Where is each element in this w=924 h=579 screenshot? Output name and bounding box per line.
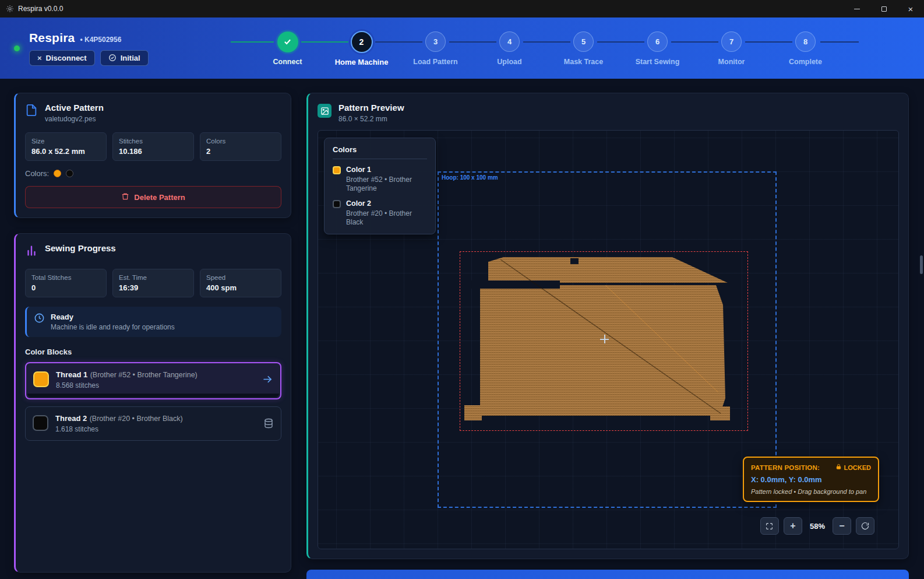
- header: Respira • K4P502956 × Disconnect Initial: [0, 17, 924, 79]
- zoom-level: 58%: [810, 522, 825, 531]
- step-upload[interactable]: 4 Upload: [472, 30, 546, 66]
- bottom-action-bar[interactable]: [306, 570, 909, 579]
- locked-label: LOCKED: [844, 464, 871, 471]
- stat-value: 86.0 x 52.2 mm: [31, 147, 100, 156]
- pattern-position-title: PATTERN POSITION:: [751, 464, 820, 471]
- maximize-button[interactable]: [870, 0, 897, 17]
- thread-1-progress-bar: [27, 394, 279, 397]
- sewing-progress-card: Sewing Progress Total Stitches 0 Est. Ti…: [14, 233, 291, 573]
- thread-1-stitches: 8.568 stitches: [56, 381, 255, 389]
- stat-value: 400 spm: [206, 283, 275, 292]
- colors-legend-panel: Colors Color 1 Brother #52 • Brother Tan…: [324, 138, 436, 234]
- clock-icon: [34, 313, 45, 326]
- fit-view-button[interactable]: [760, 517, 779, 535]
- step-number: 3: [433, 37, 438, 46]
- color-blocks-label: Color Blocks: [25, 348, 281, 356]
- app-window: Respira v0.0.0 × Respira • K4P502956 × D…: [0, 0, 924, 579]
- step-connect-label: Connect: [273, 58, 302, 66]
- zoom-in-button[interactable]: +: [784, 517, 802, 535]
- stat-value: 2: [206, 147, 275, 156]
- close-button[interactable]: ×: [897, 0, 924, 17]
- step-start-sewing-circle: 6: [647, 31, 668, 52]
- initial-button[interactable]: Initial: [100, 50, 149, 66]
- stat-label: Size: [31, 138, 100, 145]
- step-monitor[interactable]: 7 Monitor: [694, 30, 768, 66]
- pattern-position-panel: PATTERN POSITION: LOCKED X: 0.0mm, Y: 0.…: [743, 457, 879, 502]
- check-circle-icon: [108, 54, 117, 62]
- step-connect-circle: [277, 31, 298, 52]
- step-upload-circle: 4: [499, 31, 520, 52]
- close-icon: ×: [908, 4, 914, 14]
- step-number: 4: [507, 37, 512, 46]
- step-load-pattern-label: Load Pattern: [413, 58, 457, 66]
- step-number: 6: [655, 37, 660, 46]
- minimize-button[interactable]: [844, 0, 870, 17]
- legend-title: Colors: [333, 145, 427, 159]
- colors-label: Colors:: [25, 169, 49, 178]
- step-mask-trace-label: Mask Trace: [564, 58, 603, 66]
- thread-1-swatch: [33, 371, 49, 387]
- machine-status-banner: Ready Machine is idle and ready for oper…: [25, 307, 281, 337]
- step-complete[interactable]: 8 Complete: [768, 30, 842, 66]
- lock-icon: [835, 464, 842, 471]
- step-complete-label: Complete: [789, 58, 822, 66]
- legend-color-name: Color 1: [346, 166, 427, 174]
- legend-swatch-black: [333, 200, 341, 208]
- pattern-preview-title: Pattern Preview: [338, 103, 404, 113]
- thread-1-row[interactable]: Thread 1 (Brother #52 • Brother Tangerin…: [25, 362, 281, 399]
- color-dot-orange: [54, 170, 61, 177]
- plus-icon: +: [790, 521, 795, 531]
- legend-swatch-orange: [333, 166, 341, 174]
- minus-icon: −: [839, 521, 844, 531]
- stat-label: Stitches: [119, 138, 188, 145]
- arrow-right-icon: [262, 374, 273, 385]
- step-home-machine-label: Home Machine: [335, 58, 389, 66]
- disconnect-button[interactable]: × Disconnect: [29, 50, 95, 66]
- legend-color-name: Color 2: [346, 199, 427, 208]
- thread-2-swatch: [33, 415, 48, 431]
- maximize-icon: [881, 6, 887, 12]
- stat-label: Est. Time: [119, 274, 188, 281]
- pattern-dimensions: 86.0 × 52.2 mm: [338, 115, 404, 123]
- reset-zoom-button[interactable]: [856, 517, 874, 535]
- stat-est-time: Est. Time 16:39: [112, 269, 194, 297]
- step-monitor-circle: 7: [721, 31, 742, 52]
- reset-zoom-icon: [861, 522, 869, 530]
- step-monitor-label: Monitor: [718, 58, 745, 66]
- pattern-position-hint: Pattern locked • Drag background to pan: [751, 488, 871, 495]
- fit-view-icon: [766, 522, 773, 530]
- stat-label: Total Stitches: [31, 274, 100, 281]
- locked-badge[interactable]: LOCKED: [835, 464, 871, 471]
- step-start-sewing[interactable]: 6 Start Sewing: [620, 30, 694, 66]
- stat-value: 16:39: [119, 283, 188, 292]
- step-start-sewing-label: Start Sewing: [636, 58, 680, 66]
- scrollbar-thumb[interactable]: [920, 255, 923, 274]
- step-load-pattern[interactable]: 3 Load Pattern: [398, 30, 472, 66]
- preview-canvas[interactable]: Colors Color 1 Brother #52 • Brother Tan…: [318, 130, 899, 549]
- initial-label: Initial: [121, 54, 140, 62]
- minimize-icon: [854, 9, 860, 9]
- check-icon: [283, 37, 292, 47]
- zoom-controls: + 58% −: [760, 517, 874, 535]
- app-name: Respira: [29, 31, 75, 45]
- active-pattern-card: Active Pattern valetudogv2.pes Size 86.0…: [14, 93, 291, 218]
- status-title: Ready: [51, 313, 175, 321]
- thread-1-name: Thread 1: [56, 370, 87, 379]
- legend-color-desc: Brother #52 • Brother Tangerine: [346, 176, 427, 193]
- zoom-out-button[interactable]: −: [833, 517, 851, 535]
- stat-speed: Speed 400 spm: [200, 269, 281, 297]
- step-upload-label: Upload: [497, 58, 521, 66]
- hoop-label: Hoop: 100 x 100 mm: [442, 174, 498, 181]
- step-home-machine[interactable]: 2 Home Machine: [325, 30, 398, 66]
- disconnect-label: Disconnect: [46, 54, 87, 62]
- step-connect[interactable]: Connect: [251, 30, 325, 66]
- delete-pattern-button[interactable]: Delete Pattern: [25, 186, 281, 208]
- workflow-stepper: Connect 2 Home Machine 3 Load Pattern 4 …: [251, 30, 842, 66]
- thread-2-row[interactable]: Thread 2 (Brother #20 • Brother Black) 1…: [25, 406, 281, 441]
- center-crosshair: [600, 335, 609, 343]
- step-number: 7: [729, 37, 733, 46]
- app-icon: [6, 5, 14, 13]
- step-mask-trace[interactable]: 5 Mask Trace: [546, 30, 620, 66]
- stat-colors: Colors 2: [200, 132, 281, 161]
- step-number: 2: [359, 37, 364, 47]
